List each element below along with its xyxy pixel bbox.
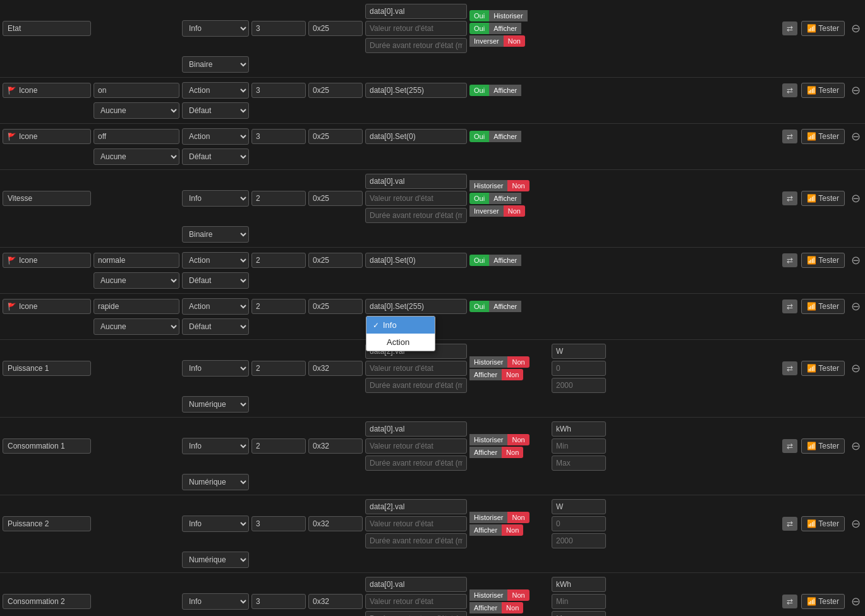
type-select[interactable]: Action	[182, 252, 249, 269]
unit-extra-input[interactable]	[552, 594, 606, 609]
btn-oui[interactable]: Oui	[469, 255, 489, 266]
hex-input[interactable]	[308, 516, 363, 531]
btn-action-label[interactable]: Historiser	[469, 356, 507, 368]
icon-dropdown-select[interactable]: Aucune	[94, 102, 179, 119]
extra-input[interactable]	[365, 191, 467, 206]
extra-input[interactable]	[365, 438, 467, 454]
btn-action-label[interactable]: Historiser	[469, 434, 507, 445]
extra-input[interactable]	[365, 611, 467, 616]
tester-button[interactable]: 📶Tester	[801, 516, 845, 531]
num-input[interactable]	[251, 253, 306, 268]
share-button[interactable]: ⇄	[782, 299, 797, 313]
type-select[interactable]: Info	[182, 438, 249, 454]
extra-input[interactable]	[365, 208, 467, 223]
share-button[interactable]: ⇄	[782, 253, 797, 267]
btn-action-label[interactable]: Inverser	[469, 35, 504, 47]
data-input[interactable]	[365, 129, 467, 144]
remove-button[interactable]: ⊖	[849, 439, 862, 453]
data-input[interactable]	[365, 4, 467, 19]
btn-action-label[interactable]: Afficher	[489, 255, 521, 266]
unit-input[interactable]	[552, 344, 606, 359]
btn-action-label[interactable]: Afficher	[489, 23, 521, 34]
extra-input[interactable]	[365, 533, 467, 548]
type-select[interactable]: Action	[182, 128, 249, 145]
btn-non[interactable]: Non	[504, 35, 525, 47]
share-button[interactable]: ⇄	[782, 361, 797, 375]
btn-oui[interactable]: Oui	[469, 193, 489, 204]
type2-select[interactable]: Numérique	[182, 552, 249, 568]
btn-non[interactable]: Non	[507, 180, 529, 191]
hex-input[interactable]	[308, 299, 363, 314]
unit-extra-input[interactable]	[552, 378, 606, 393]
btn-action-label[interactable]: Historiser	[469, 180, 507, 191]
icon-dropdown-select[interactable]: Aucune	[94, 318, 179, 335]
num-input[interactable]	[251, 129, 306, 144]
hex-input[interactable]	[308, 191, 363, 206]
btn-oui[interactable]: Oui	[469, 301, 489, 312]
tester-button[interactable]: 📶Tester	[801, 129, 845, 144]
unit-input[interactable]	[552, 421, 606, 437]
type-select[interactable]: Info	[182, 360, 249, 377]
btn-non[interactable]: Non	[502, 524, 523, 536]
extra-input[interactable]	[365, 361, 467, 376]
extra-input[interactable]	[365, 38, 467, 53]
num-input[interactable]	[251, 516, 306, 531]
tester-button[interactable]: 📶Tester	[801, 253, 845, 268]
btn-non[interactable]: Non	[502, 369, 523, 380]
remove-button[interactable]: ⊖	[849, 595, 862, 608]
data-input[interactable]	[365, 299, 467, 314]
btn-non[interactable]: Non	[502, 447, 523, 458]
type-select[interactable]: Info	[182, 20, 249, 37]
num-input[interactable]	[251, 438, 306, 454]
data-input[interactable]	[365, 174, 467, 189]
share-button[interactable]: ⇄	[782, 439, 797, 453]
unit-extra-input[interactable]	[552, 516, 606, 531]
btn-action-label[interactable]: Afficher	[469, 369, 502, 380]
num-input[interactable]	[251, 191, 306, 206]
remove-button[interactable]: ⊖	[849, 83, 862, 97]
btn-action-label[interactable]: Afficher	[489, 131, 521, 142]
btn-oui[interactable]: Oui	[469, 131, 489, 142]
icon-value-input[interactable]	[94, 83, 179, 98]
btn-action-label[interactable]: Historiser	[469, 589, 507, 601]
hex-input[interactable]	[308, 253, 363, 268]
remove-button[interactable]: ⊖	[849, 517, 862, 531]
type2-select[interactable]: Binaire	[182, 226, 249, 243]
btn-action-label[interactable]: Historiser	[489, 10, 527, 21]
dropdown-item[interactable]: ✓Info	[366, 317, 435, 334]
type2-select[interactable]: Numérique	[182, 474, 249, 490]
type2-select[interactable]: Défaut	[182, 102, 249, 119]
dropdown-item[interactable]: Action	[366, 334, 435, 351]
data-input[interactable]	[365, 577, 467, 592]
type2-select[interactable]: Défaut	[182, 318, 249, 335]
tester-button[interactable]: 📶Tester	[801, 191, 845, 206]
hex-input[interactable]	[308, 83, 363, 98]
share-button[interactable]: ⇄	[782, 517, 797, 531]
share-button[interactable]: ⇄	[782, 191, 797, 205]
type-select[interactable]: Info	[182, 593, 249, 610]
type-select[interactable]: Info	[182, 190, 249, 207]
hex-input[interactable]	[308, 438, 363, 454]
remove-button[interactable]: ⊖	[849, 299, 862, 313]
remove-button[interactable]: ⊖	[849, 130, 862, 143]
num-input[interactable]	[251, 21, 306, 36]
btn-action-label[interactable]: Afficher	[469, 524, 502, 536]
data-input[interactable]	[365, 253, 467, 268]
num-input[interactable]	[251, 594, 306, 609]
btn-action-label[interactable]: Afficher	[489, 85, 521, 96]
icon-dropdown-select[interactable]: Aucune	[94, 272, 179, 289]
btn-action-label[interactable]: Afficher	[469, 447, 502, 458]
btn-non[interactable]: Non	[502, 602, 523, 613]
btn-non[interactable]: Non	[507, 356, 529, 368]
hex-input[interactable]	[308, 594, 363, 609]
extra-input[interactable]	[365, 594, 467, 609]
remove-button[interactable]: ⊖	[849, 361, 862, 375]
btn-non[interactable]: Non	[507, 589, 529, 601]
type-select[interactable]: Info	[182, 516, 249, 532]
btn-oui[interactable]: Oui	[469, 10, 489, 21]
unit-input[interactable]	[552, 577, 606, 592]
btn-action-label[interactable]: Historiser	[469, 512, 507, 523]
icon-dropdown-select[interactable]: Aucune	[94, 148, 179, 165]
icon-value-input[interactable]	[94, 299, 179, 314]
tester-button[interactable]: 📶Tester	[801, 21, 845, 36]
